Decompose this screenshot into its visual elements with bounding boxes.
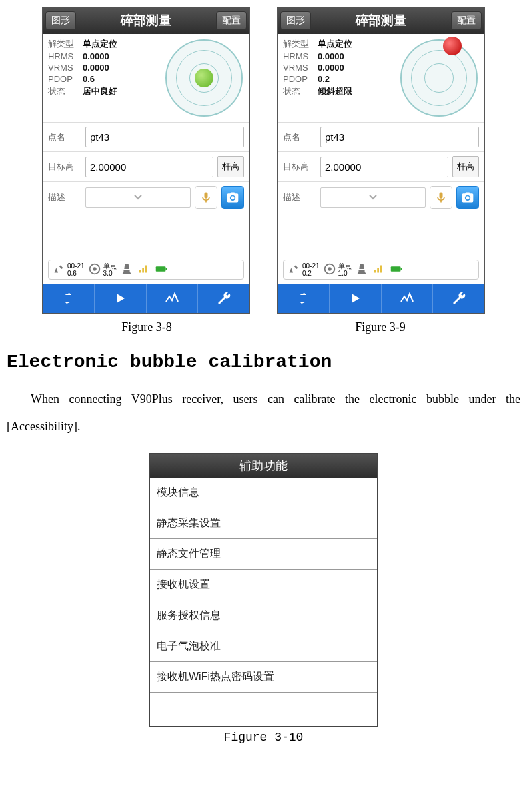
input-target-height[interactable]: 2.00000	[320, 157, 448, 177]
input-point[interactable]: pt43	[320, 127, 479, 147]
target-icon	[87, 262, 102, 276]
camera-button[interactable]	[221, 186, 244, 209]
bubble-level	[399, 38, 479, 118]
caption-a: Figure 3-8	[43, 320, 250, 334]
swap-icon	[60, 290, 76, 306]
aux-item[interactable]: 模块信息	[150, 478, 377, 508]
svg-rect-3	[165, 268, 167, 270]
value-pdop: 0.2	[318, 74, 330, 84]
svg-point-5	[328, 267, 332, 271]
aux-item[interactable]: 接收机设置	[150, 570, 377, 600]
input-point[interactable]: pt43	[85, 127, 244, 147]
bottombar-play[interactable]	[329, 284, 381, 313]
value-type: 单点定位	[83, 38, 117, 50]
zigzag-icon	[164, 290, 180, 306]
unit-button[interactable]: 杆高	[217, 156, 244, 177]
aux-item[interactable]: 电子气泡校准	[150, 631, 377, 662]
label-status: 状态	[283, 85, 318, 97]
microphone-icon	[199, 191, 213, 204]
target-icon	[322, 262, 337, 276]
value-pdop: 0.6	[83, 74, 95, 84]
row-description: 描述	[43, 182, 249, 213]
label-desc: 描述	[283, 191, 316, 204]
desc-dropdown[interactable]	[85, 187, 191, 208]
captions-row: Figure 3-8 Figure 3-9	[7, 320, 520, 334]
info-area: 解类型单点定位 HRMS0.0000 VRMS0.0000 PDOP0.2 状态…	[278, 34, 484, 123]
label-type: 解类型	[48, 38, 83, 50]
section-title: Electronic bubble calibration	[7, 352, 520, 372]
unit-button[interactable]: 杆高	[452, 156, 479, 177]
header-graph-button[interactable]: 图形	[280, 11, 311, 30]
phone-right: 图形 碎部测量 配置 解类型单点定位 HRMS0.0000 VRMS0.0000…	[277, 7, 485, 314]
camera-icon	[461, 191, 474, 204]
wrench-icon	[216, 290, 232, 306]
value-vrms: 0.0000	[318, 63, 344, 73]
bubble-dot-offcenter	[443, 37, 462, 55]
sb-receiver	[354, 262, 369, 278]
bottombar-chart[interactable]	[146, 284, 198, 313]
sb-battery	[154, 262, 169, 278]
zigzag-icon	[399, 290, 415, 306]
signal-icon	[137, 262, 151, 276]
sb-receiver	[119, 262, 134, 278]
signal-icon	[372, 262, 386, 276]
desc-dropdown[interactable]	[320, 187, 426, 208]
sb2-line1: 单点	[338, 262, 352, 270]
bottom-toolbar	[43, 284, 249, 313]
row-point-name: 点名 pt43	[43, 123, 249, 152]
label-target-height: 目标高	[48, 161, 81, 173]
bottombar-chart[interactable]	[381, 284, 433, 313]
header-config-button[interactable]: 配置	[451, 11, 482, 30]
sb2-line1: 单点	[103, 262, 117, 270]
input-target-height[interactable]: 2.00000	[85, 157, 213, 177]
mic-button[interactable]	[195, 186, 217, 209]
bubble-dot-centered	[195, 69, 213, 87]
svg-rect-6	[390, 266, 400, 271]
aux-blank-area	[150, 693, 377, 726]
camera-icon	[226, 191, 239, 204]
bottombar-tools[interactable]	[197, 284, 249, 313]
svg-rect-2	[155, 266, 165, 271]
value-hrms: 0.0000	[318, 51, 344, 61]
aux-item[interactable]: 静态文件管理	[150, 539, 377, 570]
bottombar-swap[interactable]	[278, 284, 329, 313]
label-pdop: PDOP	[283, 74, 318, 84]
mic-button[interactable]	[430, 186, 452, 209]
value-type: 单点定位	[318, 38, 352, 50]
header-graph-button[interactable]: 图形	[45, 11, 76, 30]
battery-icon	[389, 262, 404, 276]
sb2-line2: 1.0	[338, 270, 352, 277]
sb-mode: 单点3.0	[87, 262, 117, 278]
label-vrms: VRMS	[48, 63, 83, 73]
sb-battery	[389, 262, 404, 278]
header-config-button[interactable]: 配置	[216, 11, 247, 30]
aux-item[interactable]: 静态采集设置	[150, 508, 377, 539]
sb1-line1: 00-21	[67, 262, 85, 270]
play-icon	[347, 290, 363, 306]
label-type: 解类型	[283, 38, 318, 50]
aux-item[interactable]: 接收机WiFi热点密码设置	[150, 662, 377, 693]
row-description: 描述	[278, 182, 484, 213]
aux-panel: 辅助功能 模块信息 静态采集设置 静态文件管理 接收机设置 服务授权信息 电子气…	[149, 453, 378, 727]
sb-signal	[137, 262, 151, 278]
satellite-icon	[286, 262, 301, 276]
receiver-icon	[119, 262, 134, 276]
camera-button[interactable]	[456, 186, 479, 209]
value-hrms: 0.0000	[83, 51, 109, 61]
info-table: 解类型单点定位 HRMS0.0000 VRMS0.0000 PDOP0.2 状态…	[283, 38, 395, 118]
aux-item[interactable]: 服务授权信息	[150, 600, 377, 631]
satellite-icon	[51, 262, 66, 276]
document-page: 图形 碎部测量 配置 解类型单点定位 HRMS0.0000 VRMS0.0000…	[0, 0, 527, 764]
status-bar: 00-210.2 单点1.0	[283, 260, 479, 280]
battery-icon	[154, 262, 169, 276]
label-pdop: PDOP	[48, 74, 83, 84]
sb1-line2: 0.2	[302, 270, 320, 277]
app-header: 图形 碎部测量 配置	[278, 7, 484, 34]
caption-b: Figure 3-9	[277, 320, 484, 334]
sb-satellite: 00-210.2	[286, 262, 320, 278]
bottombar-swap[interactable]	[43, 284, 94, 313]
bottombar-tools[interactable]	[432, 284, 484, 313]
row-target-height: 目标高 2.00000 杆高	[278, 152, 484, 182]
svg-rect-7	[400, 268, 402, 270]
bottombar-play[interactable]	[94, 284, 146, 313]
